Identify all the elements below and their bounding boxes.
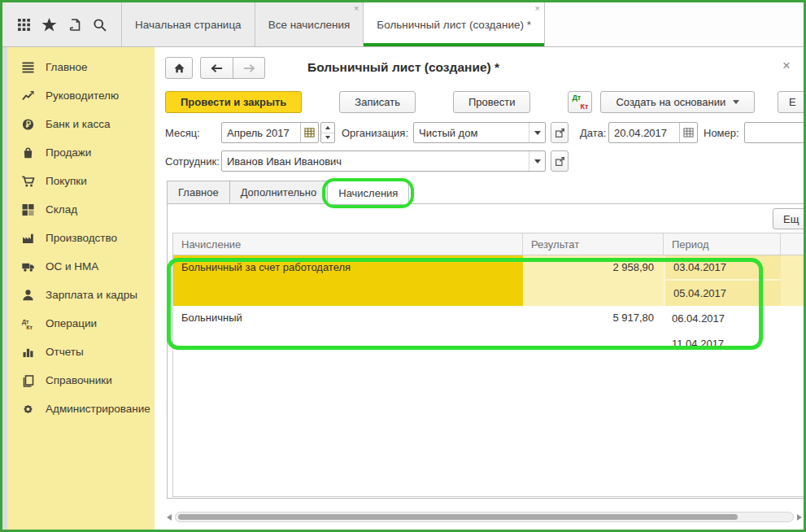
truck-icon [21, 260, 35, 273]
period-end[interactable]: 11.04.2017 [664, 331, 781, 356]
calendar-icon[interactable] [300, 123, 318, 142]
search-icon[interactable] [89, 14, 111, 35]
spin-down-icon[interactable] [321, 133, 334, 143]
books-icon [21, 374, 35, 387]
sidebar: Главное Руководителю Банк и касса Продаж… [2, 47, 155, 530]
chevron-down-icon [733, 100, 739, 104]
table-row[interactable]: Больничный 5 917,80 06.04.2017 11.04.201… [173, 306, 806, 356]
result-cell[interactable]: 2 958,90 [523, 255, 664, 306]
sidebar-item-reports[interactable]: Отчеты [7, 338, 155, 366]
sidebar-item-label: Справочники [46, 374, 112, 386]
window-tab-home[interactable]: Начальная страница [122, 2, 255, 46]
tab-accruals[interactable]: Начисления [327, 181, 409, 205]
scroll-left-icon[interactable] [167, 514, 172, 521]
show-postings-button[interactable]: Дт Кт [568, 91, 592, 113]
calendar-icon[interactable] [679, 123, 697, 142]
back-button[interactable] [200, 57, 233, 79]
sidebar-item-label: Операции [46, 317, 97, 329]
sidebar-item-fixed-assets[interactable]: ОС и НМА [7, 252, 155, 281]
number-label: Номер: [704, 127, 739, 139]
employee-select[interactable]: Иванов Иван Иванович [221, 150, 546, 172]
tab-label: Все начисления [268, 19, 351, 31]
dt-label: Дт [572, 94, 581, 102]
create-based-on-label: Создать на основании [616, 96, 725, 108]
scroll-right-icon[interactable] [797, 514, 802, 521]
organization-label: Организация: [342, 127, 408, 139]
app-window: { "colors": { "frame_green": "#3da33d", … [0, 0, 806, 532]
save-button[interactable]: Записать [339, 91, 416, 113]
month-input[interactable]: Апрель 2017 [221, 122, 319, 143]
sidebar-item-manager[interactable]: Руководителю [7, 81, 155, 110]
sidebar-item-operations[interactable]: ДтКт Операции [7, 309, 155, 338]
accruals-table: Начисление Результат Период Больничный з… [172, 233, 806, 497]
date-input[interactable]: 20.04.2017 [608, 122, 698, 143]
sidebar-item-warehouse[interactable]: Склад [7, 195, 155, 224]
result-cell[interactable]: 5 917,80 [523, 306, 664, 356]
horizontal-scrollbar[interactable] [167, 511, 802, 523]
window-tab-all-accruals[interactable]: Все начисления × [255, 2, 364, 46]
column-header-extra [781, 233, 806, 255]
period-cell[interactable]: 03.04.2017 05.04.2017 [664, 255, 781, 306]
sidebar-item-production[interactable]: Производство [7, 224, 155, 252]
apps-grid-icon[interactable] [13, 14, 34, 35]
sidebar-item-bank-cash[interactable]: Банк и касса [7, 110, 155, 138]
scrollbar-thumb[interactable] [178, 514, 738, 520]
close-icon[interactable]: × [354, 4, 359, 13]
more-table-button[interactable]: Ещ [773, 208, 806, 229]
sidebar-item-salary-hr[interactable]: Зарплата и кадры [7, 281, 155, 309]
number-input[interactable] [744, 122, 806, 143]
forward-button[interactable] [233, 57, 265, 79]
month-label: Месяц: [165, 127, 200, 139]
chevron-down-icon[interactable] [529, 151, 545, 171]
home-button[interactable] [165, 57, 193, 79]
create-based-on-button[interactable]: Создать на основании [600, 91, 755, 113]
window-tab-sick-leave[interactable]: Больничный лист (создание) * × [364, 2, 545, 46]
sidebar-item-label: Склад [46, 203, 77, 216]
trend-icon [21, 89, 35, 102]
dtkt-icon: ДтКт [21, 317, 35, 330]
spin-up-icon[interactable] [321, 123, 334, 133]
month-stepper[interactable] [320, 122, 335, 143]
table-row[interactable]: Больничный за счет работодателя 2 958,90… [173, 255, 806, 306]
open-organization-button[interactable] [551, 122, 569, 143]
extra-cell [781, 255, 806, 306]
tab-main[interactable]: Главное [167, 181, 229, 204]
open-employee-button[interactable] [551, 150, 569, 172]
history-nav [200, 57, 265, 79]
home-icon [173, 63, 185, 74]
column-header-accrual[interactable]: Начисление [173, 233, 523, 255]
sidebar-item-sales[interactable]: Продажи [7, 138, 155, 167]
organization-select[interactable]: Чистый дом [413, 122, 546, 143]
sidebar-item-administration[interactable]: Администрирование [7, 395, 155, 423]
arrow-right-icon [243, 63, 255, 73]
column-header-period[interactable]: Период [664, 233, 781, 255]
accrual-name-cell[interactable]: Больничный [173, 306, 523, 356]
accrual-name-cell[interactable]: Больничный за счет работодателя [173, 255, 523, 306]
svg-text:Кт: Кт [26, 325, 33, 330]
post-button[interactable]: Провести [453, 91, 531, 113]
top-bar: Начальная страница Все начисления × Боль… [2, 2, 804, 47]
scrollbar-track[interactable] [175, 512, 794, 522]
sidebar-item-label: Руководителю [46, 89, 119, 102]
date-label: Дата: [580, 127, 606, 139]
post-and-close-button[interactable]: Провести и закрыть [165, 91, 302, 113]
tab-additional[interactable]: Дополнительно [229, 181, 328, 204]
sidebar-item-purchases[interactable]: Покупки [7, 167, 155, 195]
period-start[interactable]: 03.04.2017 [664, 255, 781, 281]
chevron-down-icon[interactable] [529, 123, 545, 142]
period-cell[interactable]: 06.04.2017 11.04.2017 [664, 306, 781, 356]
sidebar-item-directories[interactable]: Справочники [7, 366, 155, 395]
period-end[interactable]: 05.04.2017 [664, 281, 781, 306]
sidebar-item-label: Покупки [46, 175, 87, 187]
period-start[interactable]: 06.04.2017 [664, 306, 781, 331]
menu-icon [21, 61, 35, 74]
close-form-icon[interactable]: × [782, 58, 791, 74]
column-header-result[interactable]: Результат [523, 233, 664, 255]
more-toolbar-button[interactable]: Е [778, 91, 806, 113]
history-icon[interactable] [64, 14, 85, 35]
form-tabs: Главное Дополнительно Начисления [167, 181, 409, 204]
favorites-star-icon[interactable] [38, 14, 59, 35]
employee-value: Иванов Иван Иванович [222, 151, 529, 171]
close-icon[interactable]: × [535, 4, 540, 13]
sidebar-item-main[interactable]: Главное [7, 53, 155, 81]
